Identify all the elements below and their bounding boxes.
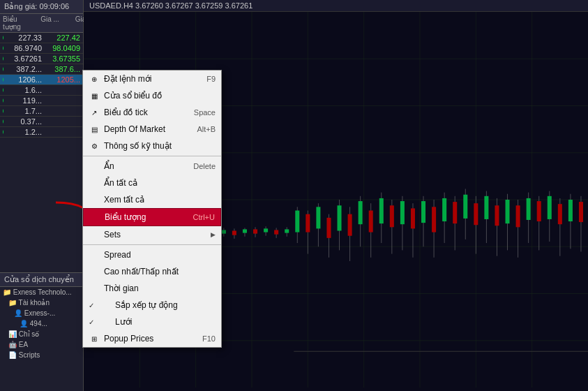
svg-rect-92 xyxy=(484,196,488,219)
svg-rect-108 xyxy=(568,200,573,221)
menu-separator xyxy=(83,244,221,245)
menu-item[interactable]: ⚙Thông số kỹ thuật xyxy=(83,138,221,154)
svg-rect-98 xyxy=(516,205,520,227)
tree-item-label: 🤖 EA xyxy=(8,341,28,348)
menu-item-icon xyxy=(89,161,100,172)
symbol-row[interactable]: USDARS 1206... 1205... xyxy=(0,75,83,85)
menu-item-icon xyxy=(89,249,100,260)
tree-item[interactable]: 📁 Tài khoản xyxy=(0,297,83,308)
menu-item[interactable]: Spread xyxy=(83,246,221,263)
menu-item[interactable]: Thời gian xyxy=(83,280,221,297)
menu-shortcut: F10 xyxy=(202,334,216,343)
menu-item-label: Biểu đồ tick xyxy=(104,108,148,117)
symbol-price1: 1.6... xyxy=(3,86,42,94)
checkmark-icon: ✓ xyxy=(89,318,94,326)
checkmark-icon: ✓ xyxy=(89,302,94,309)
menu-item[interactable]: Ẩn tất cả xyxy=(83,175,221,191)
symbol-price1: 86.9740 xyxy=(3,44,42,52)
symbol-row[interactable]: USD... 387.2... 387.6... xyxy=(0,64,83,75)
menu-item[interactable]: ✓Lưới xyxy=(83,313,221,330)
svg-rect-78 xyxy=(411,208,415,228)
symbol-row[interactable]: USDAED 3.67261 3.67355 xyxy=(0,54,83,64)
symbol-price2: 1205... xyxy=(42,75,80,84)
menu-item-label: Lưới xyxy=(115,317,132,327)
menu-item-label: Đặt lệnh mới xyxy=(104,74,151,84)
tree-item-label: 👤 Exness-... xyxy=(14,309,55,317)
menu-item[interactable]: Biểu tượngCtrl+U xyxy=(83,208,221,226)
table-header: Biểu tượng Gia ... Gia b... xyxy=(0,14,83,33)
menu-item[interactable]: ⊕Đặt lệnh mớiF9 xyxy=(83,71,221,87)
menu-shortcut: Space xyxy=(194,108,216,117)
svg-rect-48 xyxy=(253,229,257,233)
menu-item-icon xyxy=(89,229,100,240)
svg-rect-56 xyxy=(295,211,299,233)
menu-item[interactable]: Xem tất cả xyxy=(83,191,221,208)
menu-item-icon: ⚙ xyxy=(89,140,100,152)
svg-rect-58 xyxy=(306,214,310,233)
menu-item-icon xyxy=(89,266,100,277)
svg-rect-106 xyxy=(558,204,562,224)
menu-item-icon: ▤ xyxy=(89,124,100,135)
svg-rect-86 xyxy=(453,202,457,223)
tree-item[interactable]: 👤 Exness-... xyxy=(0,308,83,318)
menu-item-label: Ẩn tất cả xyxy=(104,178,137,188)
symbol-price2: 3.67355 xyxy=(42,54,80,63)
chart-prices: 3.67260 3.67267 3.67259 3.67261 xyxy=(135,1,252,10)
svg-rect-70 xyxy=(369,211,373,233)
menu-item[interactable]: ẨnDelete xyxy=(83,158,221,175)
symbol-price1: 387.2... xyxy=(3,65,42,73)
chart-header: USDAED.H4 3.67260 3.67267 3.67259 3.6726… xyxy=(84,0,588,12)
tree-item[interactable]: 📄 Scripts xyxy=(0,350,83,360)
menu-item[interactable]: ▤Depth Of MarketAlt+B xyxy=(83,121,221,138)
symbol-price1: 227.33 xyxy=(3,34,42,42)
submenu-arrow-icon: ▶ xyxy=(211,231,216,238)
symbol-row[interactable]: USDAZN 1.6... xyxy=(0,85,83,96)
context-menu: ⊕Đặt lệnh mớiF9▦Cửa sổ biểu đồ↗Biểu đồ t… xyxy=(82,70,222,348)
svg-rect-72 xyxy=(379,198,384,223)
svg-rect-50 xyxy=(264,228,268,232)
symbol-price1: 0.37... xyxy=(3,117,42,126)
menu-item[interactable]: ⊞Popup PricesF10 xyxy=(83,330,221,347)
symbol-row[interactable]: USDBGN 1.7... xyxy=(0,106,83,117)
menu-item[interactable]: ▦Cửa sổ biểu đồ xyxy=(83,87,221,104)
menu-item-label: Cao nhất/Thấp nhất xyxy=(104,267,179,276)
tree-item[interactable]: 👤 494... xyxy=(0,318,83,329)
svg-rect-96 xyxy=(506,200,510,223)
symbol-price1: 1.7... xyxy=(3,107,42,115)
tree-item[interactable]: 🤖 EA xyxy=(0,339,83,350)
tree-items: 📁 Exness Technolo...📁 Tài khoản👤 Exness-… xyxy=(0,287,83,360)
svg-rect-74 xyxy=(390,205,394,227)
svg-rect-52 xyxy=(274,230,278,234)
symbol-price1: 3.67261 xyxy=(3,54,42,63)
chart-symbol: USDAED.H4 xyxy=(89,1,133,10)
symbol-price2: 387.6... xyxy=(42,65,80,73)
tree-item-label: 📁 Tài khoản xyxy=(8,299,50,307)
tree-item[interactable]: 📊 Chỉ số xyxy=(0,329,83,339)
col-price1: Gia ... xyxy=(21,15,59,31)
symbol-row[interactable]: AAPLm 227.33 227.42 xyxy=(0,33,83,43)
menu-shortcut: Ctrl+U xyxy=(193,213,215,221)
tree-item[interactable]: 📁 Exness Technolo... xyxy=(0,287,83,297)
symbol-price2: 98.0409 xyxy=(42,44,80,52)
svg-rect-54 xyxy=(285,229,289,233)
symbol-row[interactable]: USDBHD 0.37... xyxy=(0,117,83,127)
symbol-price1: 1.2... xyxy=(3,128,42,136)
symbol-row[interactable]: USDBND 1.2... xyxy=(0,127,83,138)
menu-item[interactable]: Sets▶ xyxy=(83,226,221,243)
menu-item-label: Biểu tượng xyxy=(105,212,146,222)
menu-item-label: Ẩn xyxy=(104,161,114,171)
svg-rect-104 xyxy=(548,196,552,219)
menu-item[interactable]: Cao nhất/Thấp nhất xyxy=(83,263,221,280)
menu-item[interactable]: ↗Biểu đồ tickSpace xyxy=(83,104,221,121)
symbol-row[interactable]: USDBDT 119... xyxy=(0,96,83,106)
menu-item[interactable]: ✓Sắp xếp tự động xyxy=(83,297,221,313)
col-symbol: Biểu tượng xyxy=(3,15,21,31)
menu-item-label: Sắp xếp tự động xyxy=(115,300,178,310)
menu-item-icon xyxy=(89,283,100,294)
symbol-price2: 227.42 xyxy=(42,34,80,42)
symbol-row[interactable]: USDRUB 86.9740 98.0409 xyxy=(0,43,83,54)
symbol-price1: 119... xyxy=(3,96,42,105)
menu-item-icon: ▦ xyxy=(89,90,100,101)
tree-header: Cửa sổ dịch chuyển xyxy=(0,273,83,287)
svg-rect-60 xyxy=(316,207,320,228)
